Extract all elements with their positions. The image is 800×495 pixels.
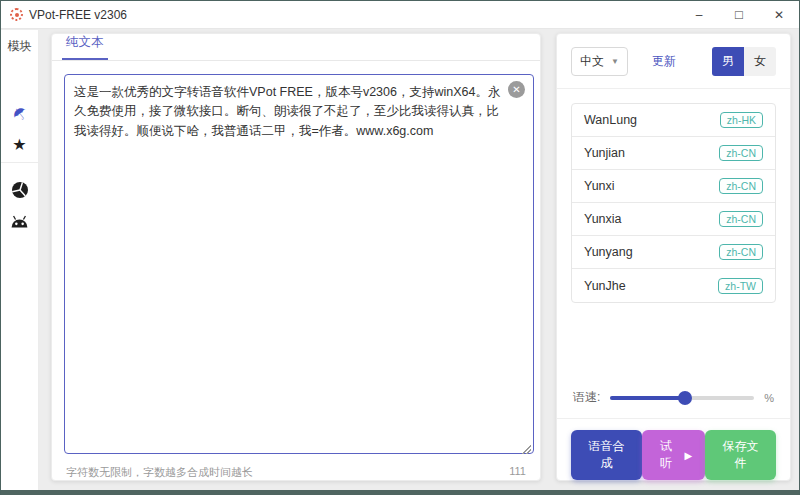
gender-toggle: 男 女	[712, 47, 776, 76]
char-count: 111	[509, 465, 526, 480]
speed-label: 语速:	[573, 389, 600, 406]
voice-row-yunxi[interactable]: Yunxi zh-CN	[572, 170, 775, 203]
preview-label: 试听	[655, 438, 676, 472]
slider-thumb[interactable]	[678, 391, 692, 405]
voice-name: WanLung	[584, 113, 637, 127]
voice-list: WanLung zh-HK Yunjian zh-CN Yunxi zh-CN …	[571, 103, 776, 303]
update-link[interactable]: 更新	[652, 53, 676, 70]
speed-unit: %	[764, 392, 774, 404]
close-button[interactable]: ✕	[759, 1, 799, 28]
panel-divider-top	[557, 88, 790, 89]
shutter-icon[interactable]	[1, 177, 39, 203]
android-icon[interactable]	[1, 208, 39, 234]
helper-row: 字符数无限制，字数越多合成时间越长 111	[66, 465, 526, 480]
save-file-button[interactable]: 保存文件	[705, 430, 776, 480]
language-value: 中文	[580, 53, 604, 70]
voice-name: Yunxi	[584, 179, 615, 193]
voice-row-yunjhe[interactable]: YunJhe zh-TW	[572, 269, 775, 302]
speed-slider[interactable]	[610, 396, 754, 400]
preview-button[interactable]: 试听 ▶	[642, 430, 705, 480]
voice-row-wanlung[interactable]: WanLung zh-HK	[572, 104, 775, 137]
voice-lang-badge: zh-CN	[719, 178, 763, 194]
sidebar: 模块 ☂ ★	[1, 30, 39, 490]
voice-lang-badge: zh-TW	[718, 278, 763, 294]
voice-name: Yunyang	[584, 245, 633, 259]
settings-card: 中文 ▼ 更新 男 女 WanLung zh-HK Yunjian zh-CN …	[556, 33, 791, 481]
synthesize-button[interactable]: 语音合成	[571, 430, 642, 480]
voice-lang-badge: zh-CN	[719, 211, 763, 227]
tab-bar: 纯文本	[52, 34, 540, 61]
sidebar-header: 模块	[8, 38, 32, 55]
voice-name: Yunxia	[584, 212, 622, 226]
voice-lang-badge: zh-CN	[719, 244, 763, 260]
voice-name: Yunjian	[584, 146, 625, 160]
textarea-wrap: 这是一款优秀的文字转语音软件VPot FREE，版本号v2306，支持winX6…	[64, 74, 534, 458]
language-select[interactable]: 中文 ▼	[571, 47, 628, 76]
play-icon: ▶	[684, 450, 692, 461]
sidebar-divider	[1, 162, 39, 163]
speed-row: 语速: %	[557, 379, 790, 418]
window-bottom-edge	[1, 490, 799, 495]
window-title: VPot-FREE v2306	[29, 8, 127, 22]
text-input[interactable]: 这是一款优秀的文字转语音软件VPot FREE，版本号v2306，支持winX6…	[64, 74, 534, 454]
window-controls: – □ ✕	[679, 1, 799, 28]
app-window: VPot-FREE v2306 – □ ✕ 模块 ☂ ★	[0, 0, 800, 495]
chevron-down-icon: ▼	[611, 57, 619, 66]
star-icon[interactable]: ★	[1, 131, 39, 157]
helper-text: 字符数无限制，字数越多合成时间越长	[66, 465, 253, 480]
voice-name: YunJhe	[584, 279, 626, 293]
voice-row-yunjian[interactable]: Yunjian zh-CN	[572, 137, 775, 170]
slider-fill	[610, 396, 685, 400]
gender-male-button[interactable]: 男	[712, 47, 744, 76]
maximize-button[interactable]: □	[719, 1, 759, 28]
editor-card: 纯文本 这是一款优秀的文字转语音软件VPot FREE，版本号v2306，支持w…	[51, 33, 541, 481]
voice-lang-badge: zh-CN	[719, 145, 763, 161]
clear-text-icon[interactable]: ✕	[508, 81, 525, 98]
voice-row-yunyang[interactable]: Yunyang zh-CN	[572, 236, 775, 269]
umbrella-icon[interactable]: ☂	[0, 92, 42, 136]
minimize-button[interactable]: –	[679, 1, 719, 28]
action-buttons-row: 语音合成 试听 ▶ 保存文件	[557, 419, 790, 480]
tab-plain-text[interactable]: 纯文本	[62, 34, 108, 60]
title-bar: VPot-FREE v2306 – □ ✕	[1, 1, 799, 29]
app-logo-icon	[10, 8, 23, 21]
voice-row-yunxia[interactable]: Yunxia zh-CN	[572, 203, 775, 236]
panel-top-row: 中文 ▼ 更新 男 女	[557, 34, 790, 88]
gender-female-button[interactable]: 女	[744, 47, 776, 76]
voice-lang-badge: zh-HK	[720, 112, 763, 128]
